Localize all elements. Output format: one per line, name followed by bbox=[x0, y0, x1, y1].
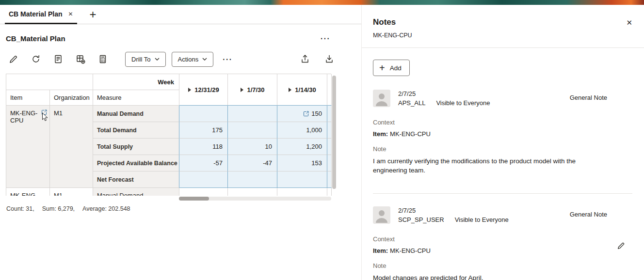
tab-label: CB Material Plan bbox=[9, 10, 62, 18]
value-sliver bbox=[327, 171, 332, 188]
value-cell[interactable]: 150 bbox=[277, 106, 327, 122]
tab-close-icon[interactable]: ✕ bbox=[68, 11, 73, 17]
app-root: CB Material Plan ✕ + CB_Material Plan ⋯ bbox=[0, 0, 644, 280]
horizontal-scrollbar-thumb[interactable] bbox=[179, 197, 209, 201]
horizontal-scrollbar[interactable] bbox=[179, 197, 331, 201]
refresh-button[interactable] bbox=[30, 53, 42, 65]
context-label: Context bbox=[373, 119, 632, 126]
value-cell[interactable] bbox=[228, 188, 277, 196]
corner-cell bbox=[6, 74, 93, 90]
toolbar-overflow-button[interactable]: ⋯ bbox=[222, 54, 232, 64]
value-cell[interactable]: 1,200 bbox=[277, 139, 327, 155]
plan-toolbar: Drill To Actions ⋯ bbox=[0, 50, 361, 68]
value-cell[interactable] bbox=[228, 106, 277, 122]
note-type: General Note bbox=[570, 94, 607, 101]
expand-triangle-icon bbox=[288, 88, 291, 92]
note-date: 2/7/25 bbox=[398, 207, 509, 215]
note-date: 2/7/25 bbox=[398, 90, 490, 98]
value-cell[interactable] bbox=[179, 106, 228, 122]
chevron-down-icon bbox=[202, 58, 207, 61]
value-cell[interactable]: 10 bbox=[228, 139, 277, 155]
actions-button[interactable]: Actions bbox=[172, 52, 214, 67]
vertical-scrollbar[interactable] bbox=[332, 75, 337, 194]
value-cell[interactable] bbox=[277, 171, 327, 188]
value-cell[interactable] bbox=[228, 171, 277, 188]
summary-sum: Sum: 6,279, bbox=[42, 205, 75, 212]
note-indicator-icon[interactable] bbox=[303, 111, 309, 117]
tab-cb-material-plan[interactable]: CB Material Plan ✕ bbox=[5, 5, 77, 24]
drill-to-button[interactable]: Drill To bbox=[125, 52, 166, 67]
edit-button[interactable] bbox=[8, 53, 19, 65]
pencil-icon bbox=[9, 54, 18, 64]
measure-cell[interactable]: Net Forecast bbox=[93, 171, 179, 188]
organization-cell[interactable]: M1 bbox=[50, 106, 93, 188]
note-label: Note bbox=[373, 145, 632, 153]
note-label: Note bbox=[373, 262, 632, 269]
calculator-button[interactable] bbox=[97, 53, 109, 65]
page-overflow-menu-button[interactable]: ⋯ bbox=[320, 33, 330, 43]
context-item-value: MK-ENG-CPU bbox=[390, 130, 431, 138]
avatar bbox=[373, 90, 390, 107]
note-entry: 2/7/25 SCP_SP_USER Visible to Everyone G… bbox=[373, 206, 632, 280]
measure-cell[interactable]: Total Demand bbox=[93, 122, 179, 139]
value-cell[interactable] bbox=[277, 188, 327, 196]
chevron-down-icon bbox=[155, 58, 160, 61]
download-button[interactable] bbox=[323, 53, 335, 65]
note-type: General Note bbox=[570, 211, 607, 218]
expand-triangle-icon bbox=[240, 88, 243, 92]
column-header[interactable]: 1/7/30 bbox=[228, 74, 277, 106]
calculator-icon bbox=[98, 54, 108, 64]
context-item-value: MK-ENG-CPU bbox=[390, 247, 431, 254]
value-cell[interactable] bbox=[179, 171, 228, 188]
week-header: Week bbox=[93, 74, 179, 90]
manage-notes-button[interactable] bbox=[52, 53, 64, 65]
summary-count: Count: 31, bbox=[6, 205, 34, 212]
download-icon bbox=[324, 54, 334, 64]
value-cell[interactable]: 175 bbox=[179, 122, 228, 139]
notes-title: Notes bbox=[373, 17, 396, 27]
note-author: APS_ALL bbox=[398, 99, 425, 107]
measure-cell[interactable]: Manual Demand bbox=[93, 188, 179, 196]
measure-header: Measure bbox=[93, 90, 179, 106]
decorative-header-strip bbox=[0, 0, 644, 5]
value-cell[interactable]: 1,000 bbox=[277, 122, 327, 139]
value-cell[interactable]: 118 bbox=[179, 139, 228, 155]
measure-cell[interactable]: Total Supply bbox=[93, 139, 179, 155]
measure-cell[interactable]: Projected Available Balance bbox=[93, 155, 179, 171]
tab-bar: CB Material Plan ✕ + bbox=[0, 5, 361, 24]
note-page-icon bbox=[53, 54, 63, 64]
close-icon[interactable]: ✕ bbox=[626, 18, 632, 27]
share-upload-icon bbox=[300, 54, 310, 64]
organization-cell[interactable]: M1 bbox=[50, 188, 93, 196]
item-cell[interactable]: MK-ENG-CPU bbox=[6, 188, 50, 196]
grid-add-icon bbox=[76, 54, 85, 64]
add-note-button[interactable]: + Add bbox=[373, 60, 410, 76]
data-entry-button[interactable] bbox=[75, 53, 86, 65]
plan-pane: CB Material Plan ✕ + CB_Material Plan ⋯ bbox=[0, 5, 361, 280]
share-button[interactable] bbox=[299, 53, 311, 65]
value-cell[interactable]: -47 bbox=[228, 155, 277, 171]
value-sliver bbox=[327, 139, 332, 155]
value-cell[interactable]: -57 bbox=[179, 155, 228, 171]
measure-cell[interactable]: Manual Demand bbox=[93, 106, 179, 122]
note-visibility: Visible to Everyone bbox=[436, 99, 490, 107]
avatar bbox=[373, 206, 390, 224]
value-sliver bbox=[327, 155, 332, 171]
value-cell[interactable]: 153 bbox=[277, 155, 327, 171]
divider bbox=[373, 193, 632, 194]
person-icon bbox=[373, 90, 390, 107]
value-cell[interactable] bbox=[179, 188, 228, 196]
value-cell[interactable] bbox=[228, 122, 277, 139]
edit-note-button[interactable] bbox=[617, 241, 626, 251]
vertical-scrollbar-thumb[interactable] bbox=[332, 76, 336, 189]
person-icon bbox=[373, 206, 390, 224]
new-tab-button[interactable]: + bbox=[87, 5, 99, 24]
notes-panel: Notes ✕ MK-ENG-CPU + Add bbox=[361, 5, 644, 280]
value-sliver bbox=[327, 188, 332, 196]
page-title: CB_Material Plan bbox=[6, 34, 65, 43]
column-header[interactable]: 1/14/30 bbox=[277, 74, 327, 106]
note-body: I am currently verifying the modificatio… bbox=[373, 156, 603, 175]
value-sliver bbox=[327, 122, 332, 139]
context-item-key: Item: bbox=[373, 247, 388, 254]
column-header[interactable]: 12/31/29 bbox=[179, 74, 228, 106]
